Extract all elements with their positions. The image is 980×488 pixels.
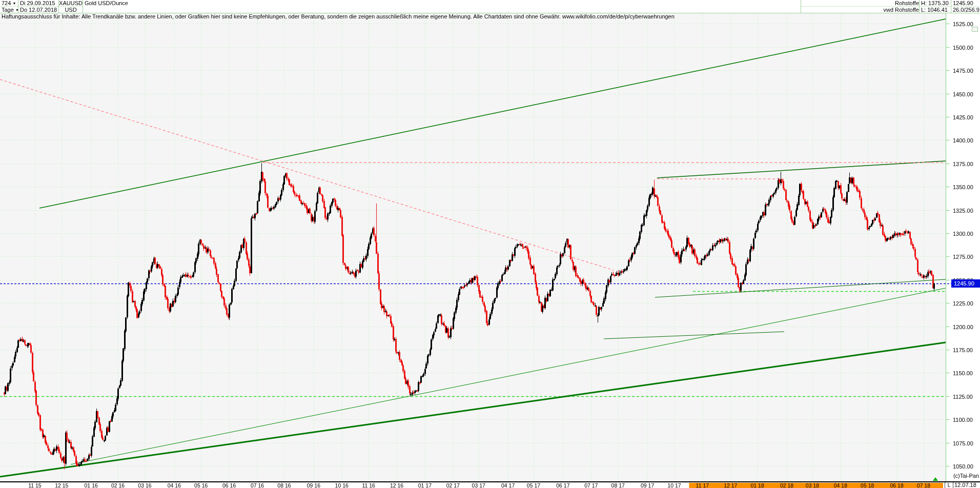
header-cell-symbol: XAUUSD USD — [59, 0, 83, 13]
stat-value: 26.0/256.9 — [951, 7, 980, 13]
price-chart-canvas[interactable] — [0, 0, 980, 488]
provider-label: vwd Rohstoffe — [801, 7, 921, 13]
low-value: L: 1046.41 — [920, 7, 952, 13]
date-to: Do 12.07.2018 — [18, 7, 60, 13]
disclaimer-text: Haftungsausschluss für Inhalte: Alle Tre… — [2, 13, 924, 21]
header-cell-period: 724 ▼ Tage ▼ — [0, 0, 18, 13]
last-marker-box: L — [945, 482, 953, 488]
last-date-label: 12.07.18 — [954, 482, 976, 488]
symbol-currency: USD — [59, 7, 83, 13]
header-cell-title: Gold USD/Ounce — [83, 0, 801, 13]
date-from: Di 29.09.2015 — [18, 0, 60, 6]
last-price-axis-tag: 1245.90 — [951, 279, 980, 288]
chart-header: 724 ▼ Tage ▼ Di 29.09.2015 Do 12.07.2018… — [0, 0, 980, 13]
copyright-label: (c)Tai-Pan — [946, 473, 979, 479]
bars-count-dropdown[interactable]: 724 ▼ — [0, 0, 19, 6]
chevron-down-icon: ▼ — [12, 2, 16, 5]
header-cell-category: Rohstoffe vwd Rohstoffe — [801, 0, 920, 13]
category-label: Rohstoffe — [801, 0, 921, 6]
taipan-chart-window: { "colors": { "plot_bg": "#f5f5f5", "pan… — [0, 0, 980, 488]
chart-object-handle[interactable] — [972, 27, 978, 32]
header-cell-dates: Di 29.09.2015 Do 12.07.2018 — [18, 0, 59, 13]
high-value: H: 1375.30 — [920, 0, 952, 6]
symbol-code: XAUUSD — [59, 0, 83, 6]
header-cell-last: 1245.90 26.0/256.9 — [951, 0, 979, 13]
header-cell-high-low: H: 1375.30 L: 1046.41 — [920, 0, 951, 13]
instrument-title: Gold USD/Ounce — [83, 0, 802, 6]
period-dropdown[interactable]: Tage ▼ — [0, 7, 19, 13]
last-price-value: 1245.90 — [951, 0, 980, 6]
